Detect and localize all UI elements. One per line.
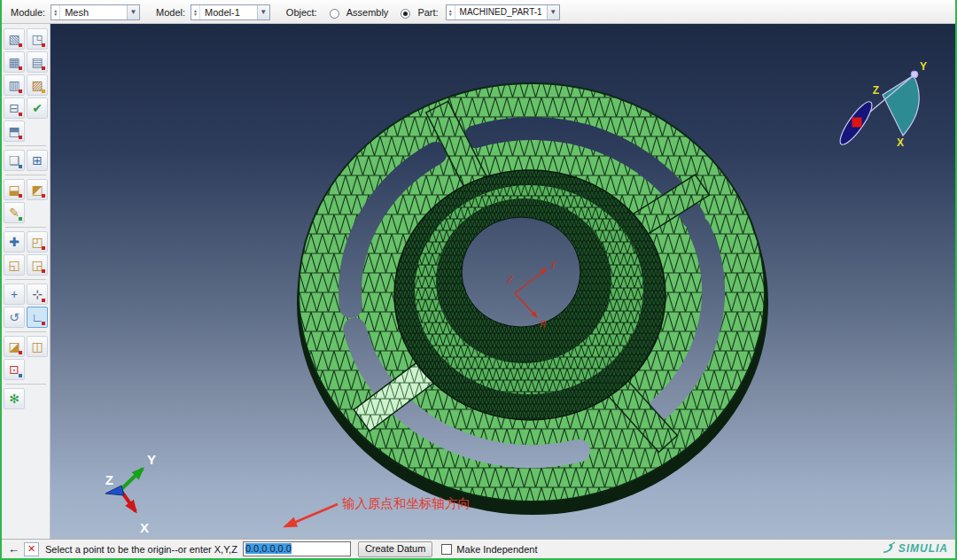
- customize-toolset-icon[interactable]: ✻: [4, 388, 25, 409]
- toolbox-group: ⬓◩✎: [2, 177, 50, 225]
- delete-part-mesh-icon[interactable]: ▥: [4, 74, 25, 96]
- triad-z-label: Z: [105, 472, 113, 487]
- bottom-up-target-icon[interactable]: ◩: [27, 179, 48, 200]
- create-datum-axis-icon[interactable]: ⊹: [27, 284, 48, 305]
- part-radio[interactable]: [401, 9, 410, 19]
- mesh-part-icon[interactable]: ▦: [4, 51, 25, 73]
- spinner-icon[interactable]: ▲▼: [51, 5, 60, 19]
- partition-block-icon[interactable]: ◰: [27, 231, 48, 253]
- meshed-part[interactable]: [297, 83, 768, 515]
- compass-y-label: Y: [920, 60, 927, 73]
- orientation-triad: Y X Z: [105, 452, 156, 535]
- render-options-icon[interactable]: ⊞: [27, 150, 48, 171]
- toolbox-group: ✚◰◱◲: [2, 229, 50, 277]
- context-bar: Module: ▲▼ Mesh ▼ Model: ▲▼ Model-1 ▼ Ob…: [2, 0, 955, 24]
- brand-logo: SIMULIA: [882, 541, 948, 556]
- edit-mesh-icon[interactable]: ✎: [4, 202, 25, 223]
- assembly-radio[interactable]: [330, 9, 339, 19]
- module-combo-value: Mesh: [60, 5, 93, 19]
- assembly-radio-label[interactable]: Assembly: [346, 7, 389, 18]
- compass-fan: [883, 75, 919, 136]
- module-label: Module:: [11, 7, 45, 18]
- model-combo-value: Model-1: [200, 5, 245, 19]
- part-combo[interactable]: ▲▼ MACHINED_PART-1 ▼: [446, 4, 560, 20]
- combo-spacer: [245, 5, 257, 19]
- module-combo[interactable]: ▲▼ Mesh ▼: [51, 4, 140, 20]
- select-mesh-entities-icon[interactable]: ✚: [4, 231, 25, 253]
- prompt-bar: ← ✕ Select a point to be the origin--or …: [2, 539, 955, 558]
- 3ds-swoosh-icon: [882, 541, 896, 556]
- abaqus-cae-window: Module: ▲▼ Mesh ▼ Model: ▲▼ Model-1 ▼ Ob…: [0, 0, 957, 560]
- prompt-text: Select a point to be the origin--or ente…: [45, 544, 237, 555]
- view-compass[interactable]: Y Z X: [836, 60, 927, 149]
- mesh-toolbox: ▧◳▦▤▥▨⊟✔⬒❏⊞⬓◩✎✚◰◱◲+⊹↺∟◪◫⊡✻: [2, 24, 51, 539]
- mesh-numbering-icon[interactable]: ⊟: [4, 97, 25, 119]
- toolbox-group: ▧◳▦▤▥▨⊟✔⬒: [2, 27, 50, 144]
- element-type-icon[interactable]: ⬒: [4, 121, 25, 142]
- create-datum-csys-icon[interactable]: ∟: [27, 307, 48, 328]
- object-label: Object:: [286, 7, 317, 18]
- toolbox-separator: [5, 279, 46, 280]
- model-label: Model:: [156, 7, 185, 18]
- make-independent-label[interactable]: Make Independent: [456, 544, 537, 555]
- toolbox-separator: [5, 145, 46, 146]
- edit-sketch-hoop-icon[interactable]: ⊡: [4, 359, 25, 380]
- model-combo[interactable]: ▲▼ Model-1 ▼: [191, 4, 270, 20]
- create-datum-plane-icon[interactable]: ↺: [4, 307, 25, 328]
- toolbox-group: +⊹↺∟: [2, 282, 50, 330]
- create-datum-xyz-icon[interactable]: +: [4, 284, 25, 305]
- spinner-icon[interactable]: ▲▼: [447, 5, 455, 19]
- mesh-region-icon[interactable]: ▤: [27, 51, 48, 73]
- toolbox-group: ◪◫⊡: [2, 334, 50, 382]
- toolbox-separator: [5, 175, 46, 175]
- annotation: 输入原点和坐标轴方向: [285, 496, 471, 526]
- create-datum-button[interactable]: Create Datum: [358, 541, 432, 557]
- cancel-procedure-icon[interactable]: ✕: [24, 542, 39, 556]
- origin-coordinates-input[interactable]: 0.0,0.0,0.0: [243, 541, 351, 556]
- toolbox-group: ✻: [2, 386, 50, 411]
- brand-logo-text: SIMULIA: [899, 542, 948, 555]
- viewport-canvas[interactable]: T R Z Y Z X: [51, 24, 955, 539]
- chevron-down-icon[interactable]: ▼: [257, 5, 269, 19]
- spinner-icon[interactable]: ▲▼: [191, 5, 200, 19]
- query-info-icon[interactable]: ❏: [4, 150, 25, 171]
- part-radio-label[interactable]: Part:: [417, 7, 438, 18]
- origin-coordinates-value: 0.0,0.0,0.0: [245, 543, 292, 554]
- triad-x-label: X: [140, 520, 149, 535]
- verify-mesh-icon[interactable]: ✔: [27, 97, 48, 119]
- compass-origin-handle[interactable]: [852, 118, 862, 128]
- chevron-down-icon[interactable]: ▼: [547, 5, 559, 19]
- toolbox-group: ❏⊞: [2, 148, 50, 173]
- partition-cell-icon[interactable]: ◫: [27, 336, 48, 357]
- part-combo-value: MACHINED_PART-1: [455, 5, 547, 19]
- seed-edges-icon[interactable]: ◳: [27, 28, 48, 50]
- triad-y-label: Y: [147, 452, 156, 467]
- annotation-text: 输入原点和坐标轴方向: [342, 496, 471, 510]
- partition-face-icon[interactable]: ◱: [4, 254, 25, 276]
- center-hole: [462, 217, 580, 327]
- viewport-scene: T R Z Y Z X: [51, 24, 955, 539]
- compass-x-label: X: [897, 136, 904, 149]
- partition-verify-icon[interactable]: ◲: [27, 254, 48, 276]
- combo-spacer: [93, 5, 127, 19]
- chevron-down-icon[interactable]: ▼: [127, 5, 139, 19]
- annotation-arrow: [285, 504, 338, 526]
- create-bottom-up-mesh-icon[interactable]: ⬓: [4, 179, 25, 200]
- toolbox-separator: [5, 384, 46, 385]
- delete-region-mesh-icon[interactable]: ▨: [27, 74, 48, 96]
- previous-step-icon[interactable]: ←: [6, 542, 21, 556]
- compass-z-label: Z: [873, 84, 879, 97]
- partition-edge-icon[interactable]: ◪: [4, 336, 25, 357]
- toolbox-separator: [5, 331, 46, 332]
- compass-sphere: [911, 71, 918, 78]
- toolbox-separator: [5, 227, 46, 228]
- make-independent-checkbox[interactable]: [441, 544, 452, 555]
- seed-part-icon[interactable]: ▧: [4, 28, 25, 50]
